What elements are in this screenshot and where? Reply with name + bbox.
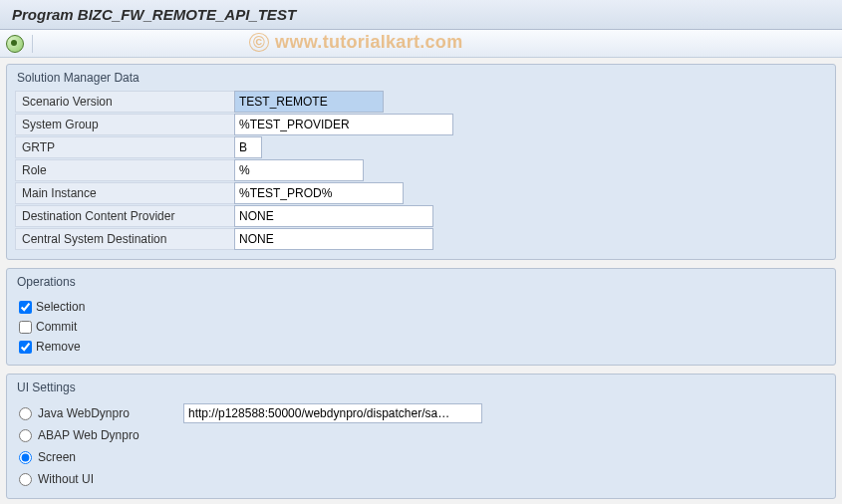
input-main-instance[interactable] bbox=[234, 182, 404, 204]
label-grtp: GRTP bbox=[15, 136, 234, 158]
checkbox-commit[interactable] bbox=[19, 321, 32, 334]
page-title: Program BIZC_FW_REMOTE_API_TEST bbox=[12, 6, 296, 23]
execute-icon[interactable] bbox=[6, 35, 24, 53]
op-row-selection[interactable]: Selection bbox=[19, 297, 827, 317]
label-role: Role bbox=[15, 159, 234, 181]
input-system-group[interactable] bbox=[234, 114, 453, 135]
row-central-system-dest: Central System Destination bbox=[15, 228, 827, 250]
radio-row-screen[interactable]: Screen bbox=[19, 446, 827, 468]
label-central-system-dest: Central System Destination bbox=[15, 228, 234, 250]
row-dest-content-provider: Destination Content Provider bbox=[15, 205, 827, 227]
radio-java-wd[interactable] bbox=[19, 407, 32, 420]
label-without-ui: Without UI bbox=[38, 472, 177, 486]
group-operations: Operations Selection Commit Remove bbox=[6, 268, 836, 366]
radio-row-without-ui[interactable]: Without UI bbox=[19, 468, 827, 490]
radio-screen[interactable] bbox=[19, 451, 32, 464]
radio-row-abap-wd[interactable]: ABAP Web Dynpro bbox=[19, 424, 827, 446]
label-system-group: System Group bbox=[15, 114, 234, 135]
row-grtp: GRTP bbox=[15, 136, 827, 158]
content-area: Solution Manager Data Scenario Version S… bbox=[0, 58, 842, 499]
input-scenario-version[interactable] bbox=[234, 91, 384, 113]
label-selection: Selection bbox=[36, 300, 85, 314]
input-java-wd-url[interactable] bbox=[183, 403, 482, 423]
input-dest-content-provider[interactable] bbox=[234, 205, 433, 227]
checkbox-remove[interactable] bbox=[19, 341, 32, 354]
operations-list: Selection Commit Remove bbox=[15, 295, 827, 357]
row-system-group: System Group bbox=[15, 114, 827, 135]
radio-row-java-wd[interactable]: Java WebDynpro bbox=[19, 402, 827, 424]
group-solution-manager: Solution Manager Data Scenario Version S… bbox=[6, 64, 836, 260]
radio-without-ui[interactable] bbox=[19, 473, 32, 486]
label-commit: Commit bbox=[36, 320, 77, 334]
ui-radio-list: Java WebDynpro ABAP Web Dynpro Screen Wi… bbox=[15, 400, 827, 490]
input-central-system-dest[interactable] bbox=[234, 228, 433, 250]
label-abap-wd: ABAP Web Dynpro bbox=[38, 428, 177, 442]
label-scenario-version: Scenario Version bbox=[15, 91, 234, 113]
watermark: ©www.tutorialkart.com bbox=[249, 32, 462, 53]
toolbar-divider bbox=[32, 35, 33, 53]
checkbox-selection[interactable] bbox=[19, 301, 32, 314]
row-main-instance: Main Instance bbox=[15, 182, 827, 204]
input-grtp[interactable] bbox=[234, 136, 262, 158]
row-role: Role bbox=[15, 159, 827, 181]
op-row-remove[interactable]: Remove bbox=[19, 337, 827, 357]
label-remove: Remove bbox=[36, 340, 81, 354]
group-ui-settings: UI Settings Java WebDynpro ABAP Web Dynp… bbox=[6, 374, 836, 499]
input-role[interactable] bbox=[234, 159, 364, 181]
radio-abap-wd[interactable] bbox=[19, 429, 32, 442]
group-title-operations: Operations bbox=[17, 275, 827, 289]
label-java-wd: Java WebDynpro bbox=[38, 406, 177, 420]
row-scenario-version: Scenario Version bbox=[15, 91, 827, 113]
op-row-commit[interactable]: Commit bbox=[19, 317, 827, 337]
label-dest-content-provider: Destination Content Provider bbox=[15, 205, 234, 227]
app-toolbar: ©www.tutorialkart.com bbox=[0, 30, 842, 58]
watermark-text: www.tutorialkart.com bbox=[275, 32, 462, 52]
group-title-ui: UI Settings bbox=[17, 380, 827, 394]
label-main-instance: Main Instance bbox=[15, 182, 234, 204]
label-screen: Screen bbox=[38, 450, 177, 464]
page-title-bar: Program BIZC_FW_REMOTE_API_TEST bbox=[0, 0, 842, 30]
group-title-solman: Solution Manager Data bbox=[17, 71, 827, 85]
copyright-icon: © bbox=[249, 33, 269, 52]
